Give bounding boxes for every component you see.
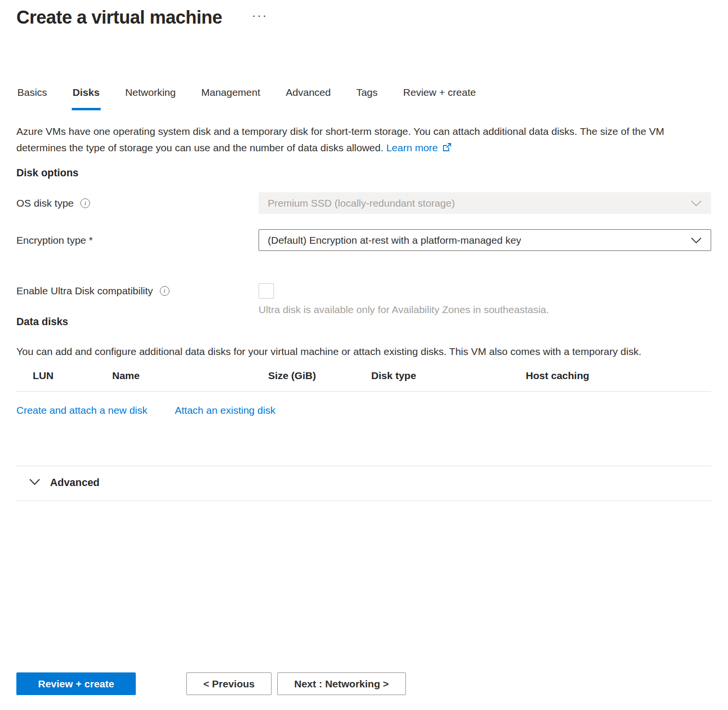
intro-text: Azure VMs have one operating system disk…: [16, 126, 664, 153]
chevron-down-icon: [690, 197, 702, 209]
ultra-disk-helper-text: Ultra disk is available only for Availab…: [259, 303, 711, 316]
tab-management[interactable]: Management: [200, 87, 261, 110]
info-icon[interactable]: i: [80, 198, 90, 208]
os-disk-type-value: Premium SSD (locally-redundant storage): [268, 197, 455, 209]
column-header-size: Size (GiB): [268, 370, 371, 381]
ultra-disk-checkbox: [259, 283, 274, 299]
chevron-down-icon: [690, 235, 702, 246]
wizard-footer: Review + create < Previous Next : Networ…: [16, 672, 406, 695]
next-networking-button[interactable]: Next : Networking >: [277, 672, 406, 695]
tab-disks[interactable]: Disks: [72, 87, 101, 110]
previous-button[interactable]: < Previous: [186, 672, 272, 695]
ultra-disk-label-group: Enable Ultra Disk compatibility i: [16, 283, 259, 297]
external-link-icon: [442, 141, 452, 157]
encryption-type-value: (Default) Encryption at-rest with a plat…: [268, 235, 521, 246]
more-options-button[interactable]: ···: [249, 9, 271, 22]
review-create-button[interactable]: Review + create: [16, 672, 136, 695]
encryption-type-row: Encryption type * (Default) Encryption a…: [16, 229, 711, 251]
encryption-type-control: (Default) Encryption at-rest with a plat…: [259, 229, 711, 251]
learn-more-link[interactable]: Learn more: [386, 142, 451, 153]
disks-intro-text: Azure VMs have one operating system disk…: [16, 123, 711, 157]
os-disk-type-label: OS disk type: [16, 197, 74, 209]
column-header-host-caching: Host caching: [526, 370, 711, 381]
os-disk-type-control: Premium SSD (locally-redundant storage): [259, 192, 711, 214]
tab-basics[interactable]: Basics: [16, 87, 48, 110]
data-disks-heading: Data disks: [16, 316, 711, 328]
learn-more-label: Learn more: [386, 142, 438, 153]
attach-existing-disk-link[interactable]: Attach an existing disk: [175, 405, 275, 416]
os-disk-type-label-group: OS disk type i: [16, 197, 259, 209]
ultra-disk-control: Ultra disk is available only for Availab…: [259, 283, 711, 316]
tab-advanced[interactable]: Advanced: [285, 87, 332, 110]
ultra-disk-row: Enable Ultra Disk compatibility i Ultra …: [16, 283, 711, 316]
data-disks-table-header: LUN Name Size (GiB) Disk type Host cachi…: [16, 370, 711, 392]
create-and-attach-new-disk-link[interactable]: Create and attach a new disk: [16, 405, 147, 416]
encryption-type-label-group: Encryption type *: [16, 235, 259, 246]
disk-options-heading: Disk options: [16, 167, 711, 179]
page-header: Create a virtual machine ···: [16, 6, 711, 29]
encryption-type-label: Encryption type *: [16, 235, 93, 246]
column-header-lun: LUN: [16, 370, 112, 381]
info-icon[interactable]: i: [160, 286, 169, 296]
os-disk-type-select: Premium SSD (locally-redundant storage): [259, 192, 711, 214]
tab-review-create[interactable]: Review + create: [402, 87, 477, 110]
column-header-disk-type: Disk type: [371, 370, 526, 381]
encryption-type-select[interactable]: (Default) Encryption at-rest with a plat…: [259, 229, 711, 251]
data-disks-actions: Create and attach a new disk Attach an e…: [16, 405, 711, 416]
os-disk-type-row: OS disk type i Premium SSD (locally-redu…: [16, 192, 711, 214]
advanced-expander-label: Advanced: [50, 477, 100, 489]
tab-tags[interactable]: Tags: [355, 87, 378, 110]
page-title: Create a virtual machine: [16, 6, 222, 29]
wizard-tabs: Basics Disks Networking Management Advan…: [16, 87, 711, 110]
create-vm-blade: Create a virtual machine ··· Basics Disk…: [0, 0, 728, 501]
column-header-name: Name: [112, 370, 268, 381]
chevron-down-icon: [29, 478, 40, 487]
data-disks-description: You can add and configure additional dat…: [16, 343, 711, 360]
tab-networking[interactable]: Networking: [124, 87, 177, 110]
advanced-expander[interactable]: Advanced: [16, 466, 711, 501]
ultra-disk-label: Enable Ultra Disk compatibility: [16, 285, 153, 297]
